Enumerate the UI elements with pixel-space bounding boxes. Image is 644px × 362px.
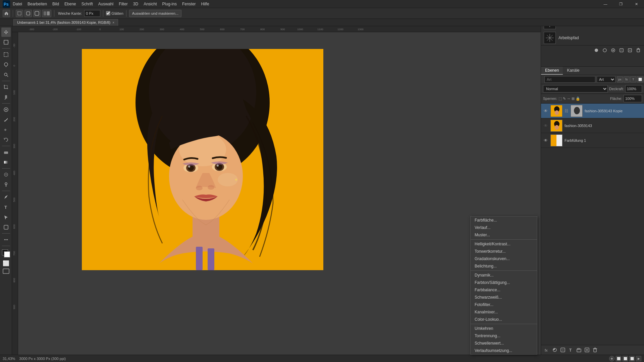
pen-tool[interactable]	[1, 192, 11, 202]
clone-tool[interactable]: ⌖	[1, 125, 11, 134]
shape-tool[interactable]	[1, 223, 11, 232]
status-icon-4[interactable]: ⬜	[629, 356, 635, 361]
tab-ebenen[interactable]: Ebenen	[541, 67, 563, 75]
ctx-belichtung[interactable]: Belichtung...	[471, 262, 537, 270]
ctx-colorlookup[interactable]: Color-Lookuo...	[471, 316, 537, 323]
ctx-tonwert[interactable]: Tonwertkorretur...	[471, 248, 537, 255]
artboard-tool[interactable]	[1, 38, 11, 47]
add-fx-button[interactable]: fx	[543, 346, 550, 354]
minimize-button[interactable]: —	[598, 0, 613, 8]
menu-datei[interactable]: Datei	[10, 1, 25, 7]
ctx-farbflache[interactable]: Farbfläche...	[471, 217, 537, 224]
lock-all-icon[interactable]: 🔒	[576, 97, 580, 101]
maximize-button[interactable]: ❐	[613, 0, 629, 8]
rectangular-marquee-btn[interactable]	[16, 10, 23, 17]
ctx-tontrennung[interactable]: Tontrennung...	[471, 332, 537, 340]
ctx-farbbalance[interactable]: Farbbalance...	[471, 286, 537, 294]
layers-filter-select[interactable]: Art Name Effekt	[597, 76, 615, 83]
opacity-input[interactable]	[625, 85, 642, 93]
ctx-gradation[interactable]: Gradationskurven...	[471, 255, 537, 262]
canvas-area[interactable]	[18, 32, 541, 355]
fill-input[interactable]	[624, 95, 642, 102]
layer-row-fashion[interactable]: 👁 fashion-3059143	[541, 118, 644, 133]
status-icon-2[interactable]: ⬜	[616, 356, 621, 361]
layer-visibility-fill[interactable]: 👁	[543, 138, 548, 143]
layer-row-fill[interactable]: 👁 Farbfüllung 1	[541, 133, 644, 148]
move-tool[interactable]	[1, 27, 11, 37]
blur-tool[interactable]	[1, 170, 11, 179]
path-select-tool[interactable]	[1, 213, 11, 222]
soft-edge-input[interactable]	[84, 10, 100, 17]
eraser-tool[interactable]	[1, 147, 11, 157]
history-brush-tool[interactable]	[1, 135, 11, 144]
menu-ebene[interactable]: Ebene	[62, 1, 79, 7]
menu-auswahl[interactable]: Auswahl	[96, 1, 116, 7]
paths-icon-new[interactable]	[626, 47, 634, 54]
lock-move-icon[interactable]: ↔	[567, 97, 571, 101]
ctx-muster[interactable]: Muster...	[471, 231, 537, 239]
eyedropper-tool[interactable]	[1, 93, 11, 102]
tab-kanaele[interactable]: Kanäle	[563, 67, 583, 75]
status-icon-3[interactable]: ⬜	[623, 356, 628, 361]
color-swatches[interactable]	[1, 249, 11, 258]
paths-item-arbeitspfad[interactable]: Arbeitspfad	[541, 31, 644, 45]
menu-ansicht[interactable]: Ansicht	[141, 1, 159, 7]
filter-icon-px[interactable]: px	[617, 76, 623, 82]
brush-tool[interactable]	[1, 115, 11, 124]
new-layer-button[interactable]	[583, 346, 591, 354]
quick-select-tool[interactable]	[1, 70, 11, 79]
lasso-btn[interactable]	[24, 10, 32, 17]
ctx-schwarzweiss[interactable]: Schwarzweiß...	[471, 294, 537, 301]
paths-icon-load[interactable]	[609, 47, 617, 54]
layers-search-input[interactable]	[544, 76, 595, 83]
lasso-tool[interactable]	[1, 60, 11, 69]
smooth-checkbox[interactable]	[106, 11, 110, 15]
document-tab[interactable]: Unbenannt-1 bei 31,4% (fashion-3059143 K…	[13, 19, 118, 26]
healing-tool[interactable]	[1, 105, 11, 114]
paths-icon-delete[interactable]	[635, 47, 642, 54]
menu-hilfe[interactable]: Hilfe	[199, 1, 212, 7]
filter-icon-rect[interactable]: ⬜	[637, 76, 643, 82]
layer-visibility-fashion-copy[interactable]: 👁	[543, 109, 548, 113]
ctx-schwellenwert[interactable]: Schwellenwert...	[471, 340, 537, 347]
select-mask-button[interactable]: Auswählen und maskieren...	[129, 10, 181, 17]
filter-icon-t[interactable]: T	[630, 76, 636, 82]
menu-fenster[interactable]: Fenster	[179, 1, 199, 7]
text-tool[interactable]: T	[1, 202, 11, 212]
add-mask-button[interactable]	[559, 346, 567, 354]
ctx-fotofilter[interactable]: Fotofilter...	[471, 301, 537, 308]
menu-bearbeiten[interactable]: Bearbeiten	[25, 1, 50, 7]
menu-bild[interactable]: Bild	[50, 1, 62, 7]
add-text-button[interactable]: T	[567, 346, 575, 354]
delete-layer-button[interactable]	[591, 346, 599, 354]
rectangle-select-tool[interactable]	[1, 50, 11, 59]
menu-plugins[interactable]: Plug-ins	[160, 1, 179, 7]
ctx-kanalmixer[interactable]: Kanalmixer...	[471, 308, 537, 316]
screen-mode-btn[interactable]	[3, 268, 9, 275]
dodge-tool[interactable]	[1, 180, 11, 189]
paths-icon-stroke[interactable]	[601, 47, 608, 54]
layer-visibility-fashion[interactable]: 👁	[543, 123, 548, 128]
filter-icon-fx[interactable]: fx	[624, 76, 630, 82]
layer-row-fashion-copy[interactable]: 👁 ⛓ fashion-3059143 Kopie	[541, 104, 644, 118]
toolbar-btn4[interactable]	[42, 10, 51, 17]
menu-3d[interactable]: 3D	[130, 1, 141, 7]
more-tools[interactable]	[1, 235, 11, 244]
close-button[interactable]: ✕	[629, 0, 644, 8]
crop-tool[interactable]	[1, 82, 11, 92]
menu-schrift[interactable]: Schrift	[79, 1, 96, 7]
lock-paint-icon[interactable]: ✎	[563, 97, 566, 101]
ctx-helligkeit[interactable]: Helligkeit/Kontrast...	[471, 240, 537, 248]
home-button[interactable]	[3, 10, 10, 17]
lock-artboard-icon[interactable]: ⊞	[572, 97, 575, 101]
tab-close-icon[interactable]: ×	[112, 21, 114, 24]
paths-icon-mask[interactable]	[618, 47, 625, 54]
quick-mask-tool[interactable]: ⬜	[3, 260, 9, 266]
ctx-dynamik[interactable]: Dynamik...	[471, 272, 537, 279]
status-arrow-icon[interactable]: ▶	[636, 356, 641, 361]
blend-mode-select[interactable]: Normal Multiplizieren Abblenden	[543, 85, 608, 93]
ctx-umkehren[interactable]: Umkehren	[471, 325, 537, 332]
gradient-tool[interactable]	[1, 158, 11, 167]
paths-icon-fill[interactable]	[593, 47, 600, 54]
add-adjustment-button[interactable]	[551, 346, 558, 354]
